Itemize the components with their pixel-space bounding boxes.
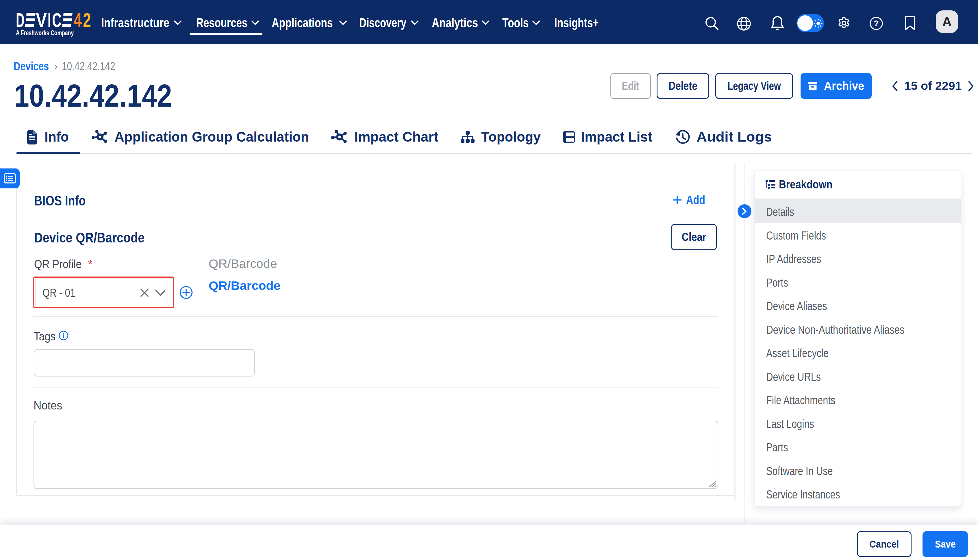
svg-text:4: 4	[74, 11, 82, 31]
svg-text:2: 2	[83, 11, 91, 31]
svg-text:D: D	[16, 11, 25, 31]
svg-text:V: V	[36, 11, 47, 31]
svg-text:?: ?	[874, 18, 879, 28]
svg-text:A Freshworks Company: A Freshworks Company	[16, 29, 74, 37]
svg-text:I: I	[48, 11, 51, 31]
svg-text:C: C	[52, 11, 62, 31]
